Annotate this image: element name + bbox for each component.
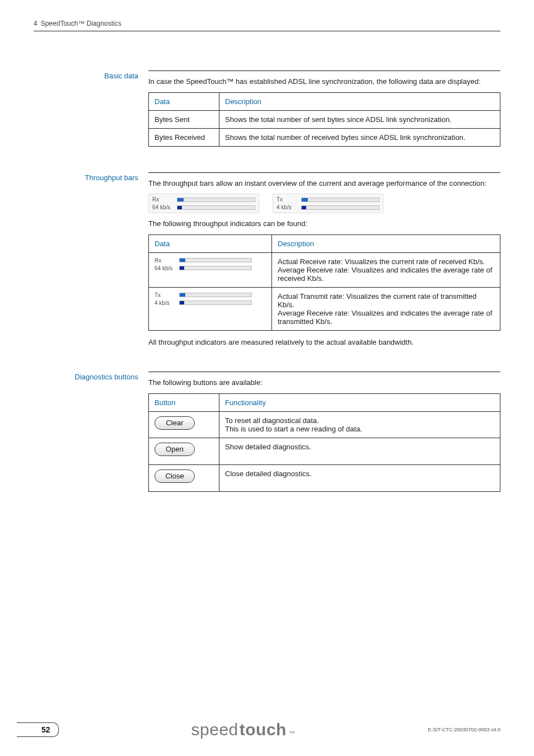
section-rule xyxy=(148,172,500,173)
rx-avg-bar xyxy=(177,205,255,210)
section-throughput: Throughput bars The throughput bars allo… xyxy=(34,172,500,353)
section-rule xyxy=(148,71,500,71)
cell-data: Bytes Sent xyxy=(149,110,219,128)
cell-button: Open xyxy=(149,438,219,464)
tx-actual-bar xyxy=(301,198,380,202)
section-diagnostics-buttons: Diagnostics buttons The following button… xyxy=(34,372,500,499)
table-row: Close Close detailed diagnostics. xyxy=(149,464,500,491)
clear-button[interactable]: Clear xyxy=(154,416,195,430)
tx-rate-label: 4 kb/s xyxy=(154,300,176,306)
page-number: 52 xyxy=(34,722,59,737)
cell-button: Clear xyxy=(149,411,219,438)
chapter-number: 4 xyxy=(34,20,38,27)
rx-rate-label: 64 kb/s xyxy=(154,265,176,271)
cell-tx-bars: Tx 4 kb/s xyxy=(149,287,272,330)
diag-buttons-intro: The following buttons are available: xyxy=(148,378,500,388)
section-basic-data: Basic data In case the SpeedTouch™ has e… xyxy=(34,71,500,153)
tx-rate-label: 4 kb/s xyxy=(277,204,298,210)
cell-rx-bars: Rx 64 kb/s xyxy=(149,252,272,287)
cell-data: Bytes Received xyxy=(149,128,219,146)
tx-avg-bar xyxy=(179,300,252,305)
col-header-functionality: Functionality xyxy=(219,393,500,411)
logo-light: speed xyxy=(191,720,238,739)
cell-desc: Actual Transmit rate: Visualizes the cur… xyxy=(272,287,500,330)
side-label-throughput: Throughput bars xyxy=(34,172,148,353)
table-row: Tx 4 kb/s Actual Transmit rate: Visualiz… xyxy=(149,287,500,330)
cell-desc: Show detailed diagnostics. xyxy=(219,438,500,464)
rx-bar-group: Rx 64 kb/s xyxy=(148,194,259,213)
logo-tm: ™ xyxy=(289,730,296,736)
table-row: Rx 64 kb/s Actual Receive rate: Visualiz… xyxy=(149,252,500,287)
tx-actual-bar xyxy=(179,293,252,297)
cell-desc: Close detailed diagnostics. xyxy=(219,464,500,491)
cell-desc: To reset all diagnostical data. This is … xyxy=(219,411,500,438)
tx-bar-group: Tx 4 kb/s xyxy=(273,194,383,213)
logo-bold: touch xyxy=(240,720,287,739)
chapter-title: SpeedTouch™ Diagnostics xyxy=(41,20,121,27)
table-header-row: Data Description xyxy=(149,92,500,110)
throughput-bars-example: Rx 64 kb/s Tx 4 kb/s xyxy=(148,194,500,213)
table-header-row: Button Functionality xyxy=(149,393,500,411)
cell-desc: Shows the total number of sent bytes sin… xyxy=(219,110,500,128)
col-header-data: Data xyxy=(149,234,272,252)
basic-data-intro: In case the SpeedTouch™ has established … xyxy=(148,77,500,87)
table-row: Open Show detailed diagnostics. xyxy=(149,438,500,464)
doc-version: E-SIT-CTC-20030702-0003 v4.0 xyxy=(428,727,500,732)
throughput-table: Data Description Rx 64 kb/s xyxy=(148,234,500,331)
open-button[interactable]: Open xyxy=(154,443,195,456)
table-row: Bytes Received Shows the total number of… xyxy=(149,128,500,146)
throughput-intro: The throughput bars allow an instant ove… xyxy=(148,179,500,189)
col-header-button: Button xyxy=(149,393,219,411)
tx-avg-bar xyxy=(301,205,380,210)
tx-label: Tx xyxy=(277,196,298,203)
throughput-note: All throughput indicators are measured r… xyxy=(148,337,500,348)
throughput-mid: The following throughput indicators can … xyxy=(148,219,500,229)
cell-desc: Shows the total number of received bytes… xyxy=(219,128,500,146)
rx-label: Rx xyxy=(152,196,174,203)
section-rule xyxy=(148,372,500,372)
side-label-basic-data: Basic data xyxy=(34,71,148,153)
speedtouch-logo: speedtouch™ xyxy=(191,720,296,739)
rx-avg-bar xyxy=(179,266,252,270)
rx-rate-label: 64 kb/s xyxy=(152,204,174,210)
rx-actual-bar xyxy=(179,258,252,262)
table-row: Bytes Sent Shows the total number of sen… xyxy=(149,110,500,128)
table-header-row: Data Description xyxy=(149,234,500,252)
page-footer: 52 speedtouch™ E-SIT-CTC-20030702-0003 v… xyxy=(34,720,500,739)
cell-button: Close xyxy=(149,464,219,491)
basic-data-table: Data Description Bytes Sent Shows the to… xyxy=(148,92,500,147)
rx-actual-bar xyxy=(177,198,255,202)
col-header-description: Description xyxy=(272,234,500,252)
rx-label: Rx xyxy=(154,257,176,264)
table-row: Clear To reset all diagnostical data. Th… xyxy=(149,411,500,438)
side-label-diag-buttons: Diagnostics buttons xyxy=(34,372,148,499)
tx-label: Tx xyxy=(154,292,176,298)
close-button[interactable]: Close xyxy=(154,469,195,483)
col-header-data: Data xyxy=(149,92,219,110)
page-header: 4 SpeedTouch™ Diagnostics xyxy=(34,20,500,27)
col-header-description: Description xyxy=(219,92,500,110)
header-rule xyxy=(34,31,500,31)
cell-desc: Actual Receive rate: Visualizes the curr… xyxy=(272,252,500,287)
diag-buttons-table: Button Functionality Clear To reset all … xyxy=(148,393,500,492)
